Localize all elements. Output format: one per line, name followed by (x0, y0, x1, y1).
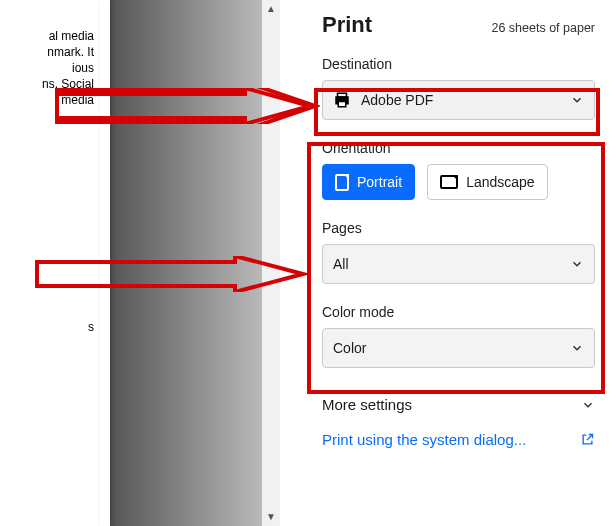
pages-value: All (333, 256, 349, 272)
chevron-down-icon (570, 257, 584, 271)
preview-gutter: ▲ ▼ (100, 0, 280, 526)
doc-fragment-lower: s (88, 320, 94, 334)
more-settings-toggle[interactable]: More settings (322, 396, 595, 413)
preview-scrollbar[interactable]: ▲ ▼ (262, 0, 280, 526)
sheets-of-paper: 26 sheets of paper (491, 21, 595, 35)
color-mode-value: Color (333, 340, 366, 356)
chevron-down-icon (570, 341, 584, 355)
orientation-landscape-label: Landscape (466, 174, 535, 190)
orientation-portrait-button[interactable]: Portrait (322, 164, 415, 200)
destination-label: Destination (322, 56, 595, 72)
print-title: Print (322, 12, 372, 38)
external-link-icon[interactable] (580, 432, 595, 447)
pages-label: Pages (322, 220, 595, 236)
orientation-landscape-button[interactable]: Landscape (427, 164, 548, 200)
chevron-down-icon (581, 398, 595, 412)
system-dialog-row: Print using the system dialog... (322, 431, 595, 448)
more-settings-label: More settings (322, 396, 412, 413)
preview-background (100, 0, 280, 526)
chevron-down-icon (570, 93, 584, 107)
page-right-edge (100, 0, 110, 526)
landscape-page-icon (440, 175, 458, 189)
scroll-up-icon[interactable]: ▲ (262, 0, 280, 18)
destination-value: Adobe PDF (361, 92, 433, 108)
system-dialog-link[interactable]: Print using the system dialog... (322, 431, 526, 448)
print-header: Print 26 sheets of paper (322, 12, 595, 38)
color-mode-group: Color mode Color (322, 304, 595, 368)
orientation-group: Orientation Portrait Landscape (322, 140, 595, 200)
destination-dropdown[interactable]: Adobe PDF (322, 80, 595, 120)
orientation-portrait-label: Portrait (357, 174, 402, 190)
pages-dropdown[interactable]: All (322, 244, 595, 284)
printer-icon (333, 91, 351, 109)
pages-group: Pages All (322, 220, 595, 284)
orientation-label: Orientation (322, 140, 595, 156)
destination-group: Destination Adobe PDF (322, 56, 595, 120)
portrait-page-icon (335, 174, 349, 191)
doc-fragment-lines: al media nmark. It ious ns, Social media (42, 28, 94, 108)
document-preview-text: al media nmark. It ious ns, Social media… (0, 0, 100, 526)
svg-rect-2 (338, 102, 346, 107)
print-panel: Print 26 sheets of paper Destination Ado… (300, 0, 613, 526)
scroll-down-icon[interactable]: ▼ (262, 508, 280, 526)
screenshot-stage: al media nmark. It ious ns, Social media… (0, 0, 613, 526)
color-mode-dropdown[interactable]: Color (322, 328, 595, 368)
color-mode-label: Color mode (322, 304, 595, 320)
